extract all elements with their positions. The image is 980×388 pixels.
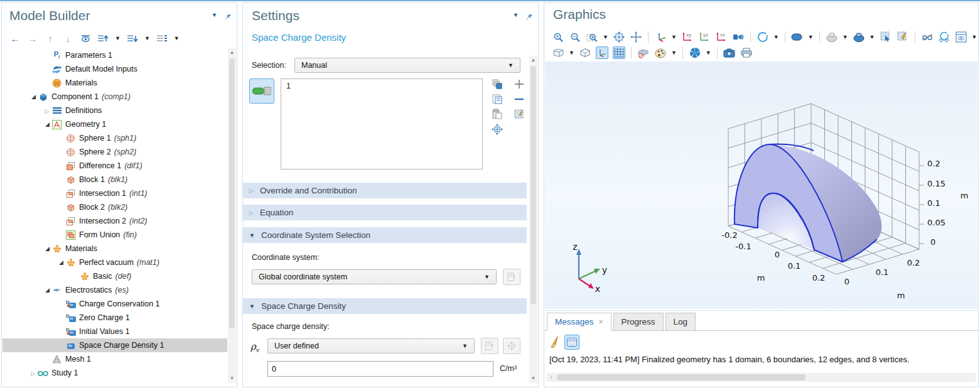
messages-scrollbar[interactable]: ‹ [547,373,976,382]
show-axis-icon[interactable] [596,46,608,59]
transparency-icon[interactable] [579,46,591,59]
pin-icon[interactable]: 📌︎ [525,12,533,23]
rotate-icon[interactable] [757,31,769,43]
perspective-icon[interactable] [732,31,745,43]
select-quantity-button[interactable] [503,338,520,354]
view-xz-icon[interactable]: xz [715,31,728,43]
forward-button[interactable]: → [27,31,38,45]
tree-node-materials-global[interactable]: Materials [3,76,227,90]
show-message-dialog-icon[interactable] [564,335,579,350]
panel-menu-icon[interactable]: ▼ [513,12,519,23]
section-space-charge-density[interactable]: ▼ Space Charge Density [243,298,527,314]
move-down-button[interactable]: ↓ [62,31,73,45]
tree-node-charge-conservation[interactable]: DCharge Conservation 1 [3,297,227,311]
move-up-button[interactable]: ↑ [45,31,56,45]
remove-from-selection-icon[interactable] [512,92,526,106]
copy-to-clipboard-icon[interactable] [490,92,504,106]
tree-node-materials-comp[interactable]: Materials [3,242,227,256]
node-label-menu-icon[interactable]: ▼ [174,35,180,41]
create-coordinate-system-button[interactable] [503,269,520,285]
paste-selection-icon[interactable] [490,107,504,121]
material-color-icon[interactable] [654,46,667,59]
selection-list-item[interactable]: 1 [281,79,482,93]
tree-node-electrostatics[interactable]: Electrostatics(es) [3,283,227,297]
selection-combobox[interactable]: Manual▼ [294,58,520,73]
orientation-icon[interactable] [654,31,667,43]
tree-node-definitions[interactable]: ▷Definitions [3,104,227,117]
material-color-menu-icon[interactable]: ▼ [671,50,677,56]
environment-icon[interactable] [853,31,865,43]
coordinate-system-combobox[interactable]: Global coordinate system▼ [252,269,497,284]
collapsed-arrow-icon[interactable]: ▷ [45,108,50,114]
section-equation[interactable]: ▷ Equation [243,205,527,220]
tree-node-intersection1[interactable]: Intersection 1(int1) [3,186,227,200]
tree-node-intersection2[interactable]: Intersection 2(int2) [3,214,227,228]
view-yz-icon[interactable]: yz [698,31,711,43]
expanded-arrow-icon[interactable] [31,95,36,99]
collapsed-arrow-icon[interactable]: ▷ [31,370,36,377]
scene-light-icon[interactable] [826,31,838,43]
section-coordinate-system[interactable]: ▼ Coordinate System Selection [243,227,527,243]
scd-value-input[interactable] [267,361,493,377]
hide-objects-icon[interactable] [921,31,934,43]
panel-menu-icon[interactable]: ▼ [212,12,217,21]
tree-node-zero-charge[interactable]: DZero Charge 1 [3,311,227,325]
view-settings-menu-icon[interactable]: ▼ [972,34,977,40]
scroll-up-icon[interactable]: ▲ [228,48,236,57]
expand-all-button[interactable] [127,31,138,45]
scroll-left-icon[interactable]: ‹ [547,373,556,382]
expanded-arrow-icon[interactable] [45,247,50,251]
zoom-box-icon[interactable] [586,31,598,43]
expand-menu-icon[interactable]: ▼ [144,35,150,41]
tab-progress[interactable]: Progress [613,313,664,330]
tree-node-initial-values[interactable]: DInitial Values 1 [3,325,227,338]
pan-icon[interactable] [630,31,642,43]
scroll-up-icon[interactable]: ▲ [529,56,537,65]
tree-node-default-model-inputs[interactable]: Default Model Inputs [3,62,227,76]
collapse-all-button[interactable] [97,31,109,45]
view-settings-icon[interactable] [955,31,967,43]
tree-node-sphere2[interactable]: Sphere 2(sph2) [3,145,227,159]
scene-light-menu-icon[interactable]: ▼ [843,34,848,40]
view-menu-icon[interactable] [552,46,564,59]
scene-light-toggle-menu-icon[interactable]: ▼ [706,50,711,56]
tree-node-sphere1[interactable]: Sphere 1(sph1) [3,131,227,145]
copy-selection-icon[interactable] [490,77,504,91]
default-view-icon[interactable] [791,31,804,43]
settings-scrollbar[interactable]: ▲ ▼ [529,56,537,383]
clear-selection-icon[interactable] [897,31,909,43]
reset-hiding-icon[interactable] [938,31,950,43]
tree-node-space-charge-density[interactable]: Space Charge Density 1 [3,338,227,352]
tree-node-basic[interactable]: Basic(def) [3,269,227,283]
rotate-menu-icon[interactable]: ▼ [773,34,779,40]
expanded-arrow-icon[interactable] [45,122,50,127]
close-icon[interactable]: × [599,318,603,326]
tree-node-component1[interactable]: Component 1(comp1) [3,90,227,104]
expanded-arrow-icon[interactable] [59,261,63,265]
back-button[interactable]: ← [9,31,21,45]
tree-node-block1[interactable]: Block 1(blk1) [3,173,227,186]
hide-geometry-icon[interactable] [637,46,650,59]
scroll-down-icon[interactable]: ▼ [228,374,236,383]
graphics-viewport[interactable]: 0.2 0.15 0.1 0.05 0 m -0.2 -0.1 0 0.1 0.… [545,62,977,309]
orientation-menu-icon[interactable]: ▼ [671,34,677,40]
tree-node-mesh1[interactable]: Mesh 1 [3,352,227,366]
default-view-menu-icon[interactable]: ▼ [808,34,814,40]
expanded-arrow-icon[interactable] [45,288,50,293]
view-xy-icon[interactable]: xy [681,31,694,43]
active-toggle-button[interactable] [249,78,274,104]
node-label-button[interactable] [156,31,168,45]
zoom-menu-icon[interactable]: ▼ [603,34,608,40]
section-override-contribution[interactable]: ▷ Override and Contribution [243,183,527,198]
tree-node-study1[interactable]: ▷Study 1 [3,366,227,380]
select-box-icon[interactable] [880,31,892,43]
scroll-down-icon[interactable]: ▼ [529,374,537,383]
show-icon[interactable] [80,31,91,45]
zoom-extents-icon[interactable] [613,31,625,43]
tree-node-form-union[interactable]: Form Union(fin) [3,228,227,242]
collapse-menu-icon[interactable]: ▼ [115,35,121,41]
model-tree-scrollbar[interactable]: ▲ ▼ [228,48,236,383]
scene-light-toggle-icon[interactable] [689,46,701,59]
view-menu-caret-icon[interactable]: ▼ [569,50,574,56]
tree-node-difference1[interactable]: Difference 1(dif1) [3,159,227,173]
